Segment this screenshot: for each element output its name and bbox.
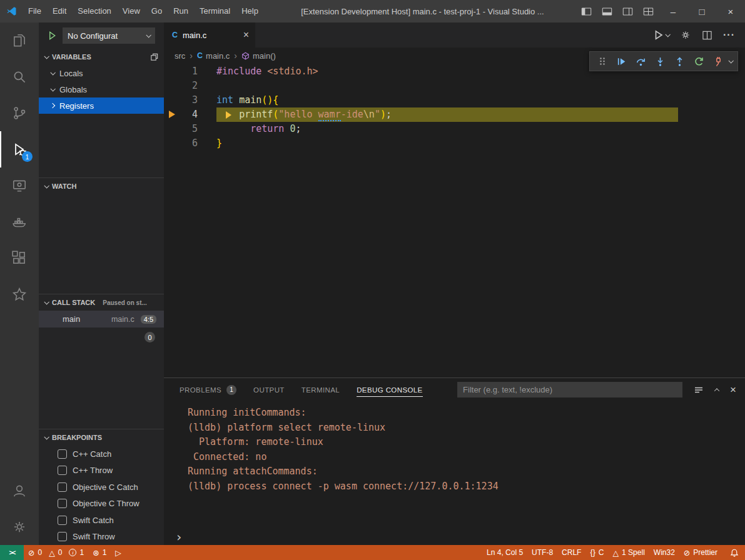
close-panel-icon[interactable]: × xyxy=(730,384,736,396)
breakpoint-checkbox[interactable] xyxy=(58,532,67,541)
menu-file[interactable]: File xyxy=(23,0,47,22)
code-gutter[interactable]: 3 xyxy=(164,93,216,108)
close-tab-icon[interactable]: × xyxy=(243,29,249,41)
breakpoint-checkbox[interactable] xyxy=(58,499,67,508)
code-line[interactable]: 4 printf("hello wamr-ide\n"); xyxy=(164,108,745,122)
activity-docker[interactable] xyxy=(0,204,39,240)
code-line[interactable]: 3int main(){ xyxy=(164,93,745,108)
code-gutter[interactable]: 2 xyxy=(164,79,216,93)
debug-session-dropdown[interactable] xyxy=(727,59,734,63)
settings-gear-icon[interactable] xyxy=(680,29,691,41)
start-debug-icon[interactable] xyxy=(48,31,57,41)
customize-layout-icon[interactable] xyxy=(643,6,654,17)
variables-item-globals[interactable]: Globals xyxy=(39,81,164,98)
close-button[interactable]: × xyxy=(716,0,745,22)
menu-selection[interactable]: Selection xyxy=(72,0,116,22)
code-gutter[interactable]: 4 xyxy=(164,108,216,122)
activity-explorer[interactable] xyxy=(0,22,39,59)
status-utf-8[interactable]: UTF-8 xyxy=(527,545,557,560)
debug-run-status[interactable]: ▷ xyxy=(111,545,126,560)
breakpoint-c-throw[interactable]: C++ Throw xyxy=(39,462,164,479)
split-editor-icon[interactable] xyxy=(702,30,712,41)
activity-source-control[interactable] xyxy=(0,95,39,131)
breakpoint-checkbox[interactable] xyxy=(58,466,67,475)
stack-frame-row[interactable]: main main.c 4:5 xyxy=(39,311,164,328)
remote-indicator[interactable]: >< xyxy=(0,545,24,560)
tab-main-c[interactable]: C main.c × xyxy=(164,22,255,48)
menu-help[interactable]: Help xyxy=(236,0,264,22)
status-ln-4-col-5[interactable]: Ln 4, Col 5 xyxy=(482,545,527,560)
debug-config-dropdown[interactable]: No Configurat xyxy=(63,28,155,44)
maximize-button[interactable]: □ xyxy=(687,0,716,22)
console-filter-input[interactable] xyxy=(457,382,682,398)
status-c[interactable]: {}C xyxy=(585,545,608,560)
code-line[interactable]: 6} xyxy=(164,136,745,151)
activity-run-debug[interactable]: 1 xyxy=(0,131,39,168)
more-actions-icon[interactable]: ··· xyxy=(723,29,735,41)
continue-button[interactable] xyxy=(612,52,631,70)
menu-view[interactable]: View xyxy=(117,0,146,22)
toggle-sidebar-icon[interactable] xyxy=(581,6,592,17)
disconnect-button[interactable] xyxy=(709,52,727,70)
menu-run[interactable]: Run xyxy=(168,0,194,22)
breakpoint-checkbox[interactable] xyxy=(58,449,67,459)
variables-header[interactable]: VARIABLES xyxy=(39,49,164,65)
breadcrumb-src[interactable]: src xyxy=(175,51,185,61)
breakpoints-header[interactable]: BREAKPOINTS xyxy=(39,429,164,446)
breakpoint-c-catch[interactable]: C++ Catch xyxy=(39,446,164,462)
watch-header[interactable]: WATCH xyxy=(39,178,164,194)
panel-tab-terminal[interactable]: TERMINAL xyxy=(302,378,340,401)
copy-value-icon[interactable] xyxy=(150,52,159,62)
activity-search[interactable] xyxy=(0,59,39,95)
output-lines-icon[interactable] xyxy=(694,385,704,395)
breakpoint-swift-catch[interactable]: Swift Catch xyxy=(39,512,164,529)
code-line[interactable]: 2 xyxy=(164,79,745,93)
menu-edit[interactable]: Edit xyxy=(47,0,72,22)
step-into-button[interactable] xyxy=(651,52,669,70)
maximize-panel-icon[interactable] xyxy=(714,388,719,393)
activity-settings[interactable] xyxy=(0,509,39,545)
breadcrumb-symbol[interactable]: main() xyxy=(241,51,276,61)
breakpoint-objective-c-catch[interactable]: Objective C Catch xyxy=(39,479,164,496)
notifications[interactable] xyxy=(726,545,745,560)
step-over-button[interactable] xyxy=(632,52,650,70)
panel-tab-debug-console[interactable]: DEBUG CONSOLE xyxy=(357,378,423,401)
toggle-secondary-sidebar-icon[interactable] xyxy=(622,6,633,17)
debug-console[interactable]: Running initCommands:(lldb) platform sel… xyxy=(164,401,745,545)
account-icon xyxy=(11,482,28,499)
call-stack-header[interactable]: CALL STACK Paused on st... xyxy=(39,294,164,311)
breadcrumb-file[interactable]: C main.c xyxy=(197,51,230,61)
step-out-button[interactable] xyxy=(671,52,689,70)
breakpoint-objective-c-throw[interactable]: Objective C Throw xyxy=(39,496,164,512)
breakpoint-swift-throw[interactable]: Swift Throw xyxy=(39,529,164,546)
breakpoint-checkbox[interactable] xyxy=(58,482,67,492)
tool-status[interactable]: ⊛ 1 xyxy=(88,545,111,560)
status-crlf[interactable]: CRLF xyxy=(557,545,585,560)
activity-extensions[interactable] xyxy=(0,240,39,276)
menu-terminal[interactable]: Terminal xyxy=(194,0,236,22)
variables-item-registers[interactable]: Registers xyxy=(39,98,164,114)
code-gutter[interactable]: 6 xyxy=(164,136,216,151)
activity-remote-explorer[interactable] xyxy=(0,168,39,204)
toggle-panel-icon[interactable] xyxy=(602,6,612,17)
activity-wamr-ide[interactable] xyxy=(0,276,39,312)
activity-account[interactable] xyxy=(0,472,39,509)
problems-status[interactable]: ⊘ 0 △ 0 i 1 xyxy=(24,545,88,560)
minimize-button[interactable]: – xyxy=(659,0,687,22)
run-file-button[interactable] xyxy=(653,29,669,41)
code-gutter[interactable]: 1 xyxy=(164,64,216,79)
code-line[interactable]: 5 return 0; xyxy=(164,122,745,136)
variables-item-locals[interactable]: Locals xyxy=(39,65,164,81)
toolbar-drag-handle[interactable] xyxy=(593,52,611,70)
menu-go[interactable]: Go xyxy=(146,0,168,22)
console-input-row[interactable]: › xyxy=(175,529,745,545)
restart-button[interactable] xyxy=(690,52,708,70)
breakpoint-checkbox[interactable] xyxy=(58,516,67,525)
code-gutter[interactable]: 5 xyxy=(164,122,216,136)
status-win32[interactable]: Win32 xyxy=(649,545,679,560)
panel-tab-output[interactable]: OUTPUT xyxy=(253,378,285,401)
status-1-spell[interactable]: △1 Spell xyxy=(608,545,649,560)
panel-tab-problems[interactable]: PROBLEMS1 xyxy=(180,378,236,401)
code-editor[interactable]: 1#include <stdio.h>23int main(){4 printf… xyxy=(164,64,745,378)
status-prettier[interactable]: ⊘Prettier xyxy=(679,545,722,560)
